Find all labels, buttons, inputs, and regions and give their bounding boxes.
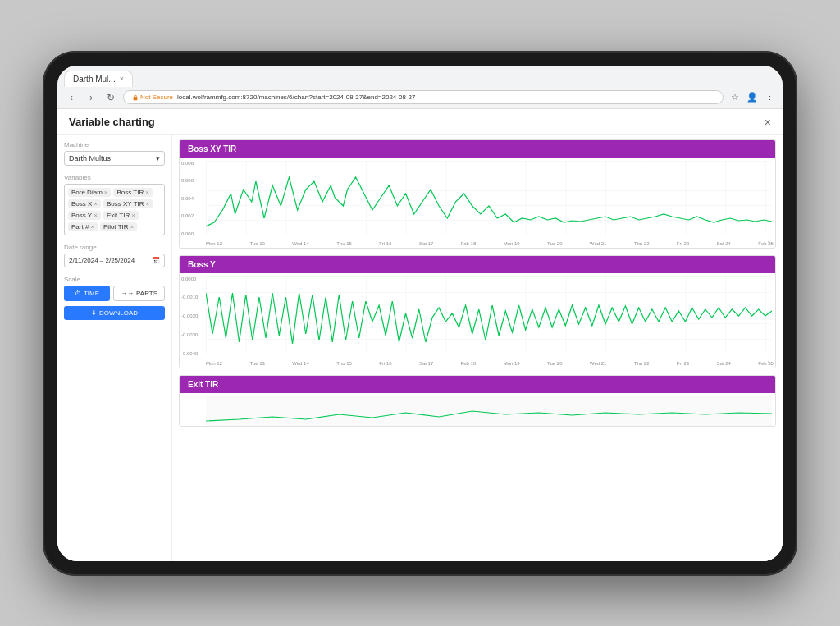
tag-remove-icon[interactable]: × xyxy=(131,212,135,219)
tag-remove-icon[interactable]: × xyxy=(130,223,135,231)
profile-icon[interactable]: 👤 xyxy=(746,91,759,104)
parts-icon: →→ xyxy=(121,290,134,297)
tag-exit-tir[interactable]: Exit TIR × xyxy=(103,211,139,220)
download-icon: ⬇ xyxy=(91,309,97,317)
browser-chrome: Darth Mul... × ‹ › ↻ Not Secure local.wo… xyxy=(57,66,783,109)
date-range-value: 2/11/2024 – 2/25/2024 xyxy=(69,257,135,264)
tag-remove-icon[interactable]: × xyxy=(90,223,94,231)
chart-exit-tir: Exit TIR xyxy=(179,375,776,427)
variables-section: Variables Bore Diam × Boss TIR × xyxy=(64,174,165,235)
time-icon: ⏱ xyxy=(75,290,81,297)
tag-label: Boss X xyxy=(71,200,92,208)
close-button[interactable]: × xyxy=(765,116,771,129)
chart-exit-tir-header: Exit TIR xyxy=(180,376,775,393)
tag-boss-xy-tir[interactable]: Boss XY TIR × xyxy=(103,199,153,208)
tag-label: Boss Y xyxy=(71,212,92,219)
browser-tabs: Darth Mul... × xyxy=(57,66,783,87)
back-button[interactable]: ‹ xyxy=(64,90,79,105)
sidebar: Machine Darth Multus ▾ Variables Bore Di… xyxy=(57,135,172,561)
tag-remove-icon[interactable]: × xyxy=(94,200,98,208)
chart-svg-boss-y xyxy=(206,276,772,354)
scale-buttons: ⏱ TIME →→ PARTS xyxy=(64,286,165,301)
tag-remove-icon[interactable]: × xyxy=(146,200,150,208)
address-bar[interactable]: Not Secure local.wolframmfg.com:8720/mac… xyxy=(123,90,724,104)
x-axis-boss-xy-tir: Mon 12 Tue 13 Wed 14 Thu 15 Fri 16 Sat 1… xyxy=(206,241,774,246)
scale-label: Scale xyxy=(64,276,165,283)
tag-boss-x[interactable]: Boss X × xyxy=(68,199,101,208)
url-text: local.wolframmfg.com:8720/machines/6/cha… xyxy=(177,94,415,101)
machine-section: Machine Darth Multus ▾ xyxy=(64,141,165,166)
tablet-screen: Darth Mul... × ‹ › ↻ Not Secure local.wo… xyxy=(57,66,783,561)
bookmark-icon[interactable]: ☆ xyxy=(728,91,742,104)
tag-pilot-tir[interactable]: Pilot TIR × xyxy=(100,222,137,231)
tag-part-num[interactable]: Part # × xyxy=(68,222,98,231)
chart-svg-exit-tir xyxy=(206,396,772,426)
page-title: Variable charting xyxy=(69,116,155,128)
download-button[interactable]: ⬇ DOWNLOAD xyxy=(64,306,165,320)
chart-boss-xy-tir: Boss XY TIR 0.008 0.006 0.004 0.002 0.00… xyxy=(179,139,776,249)
tag-label: Pilot TIR xyxy=(103,223,129,231)
chart-boss-xy-tir-body: 0.008 0.006 0.004 0.002 0.000 xyxy=(180,158,775,248)
app-body: Machine Darth Multus ▾ Variables Bore Di… xyxy=(57,135,783,561)
browser-actions: ☆ 👤 ⋮ xyxy=(728,91,776,104)
tag-label: Bore Diam xyxy=(71,189,103,196)
resize-handle-boss-y[interactable]: ⤡ xyxy=(767,359,774,366)
browser-toolbar: ‹ › ↻ Not Secure local.wolframmfg.com:87… xyxy=(57,87,783,108)
lock-icon xyxy=(132,94,139,101)
x-axis-boss-y: Mon 12 Tue 13 Wed 14 Thu 15 Fri 16 Sat 1… xyxy=(206,361,774,366)
app-header: Variable charting × xyxy=(57,109,783,135)
charts-area: Boss XY TIR 0.008 0.006 0.004 0.002 0.00… xyxy=(172,135,783,561)
resize-handle-boss-xy-tir[interactable]: ⤡ xyxy=(767,240,774,246)
browser-tab-active[interactable]: Darth Mul... × xyxy=(64,71,133,87)
chart-boss-y: Boss Y 0.0000 -0.0010 -0.0020 -0.0030 -0… xyxy=(179,255,776,368)
tag-label: Exit TIR xyxy=(107,212,130,219)
chart-exit-tir-body xyxy=(180,393,775,426)
tag-boss-y[interactable]: Boss Y × xyxy=(68,211,101,220)
date-range-section: Date range 2/11/2024 – 2/25/2024 📅 xyxy=(64,244,165,267)
tab-close-btn[interactable]: × xyxy=(120,75,124,83)
tag-remove-icon[interactable]: × xyxy=(145,189,149,196)
tag-label: Part # xyxy=(71,223,89,231)
tag-label: Boss XY TIR xyxy=(107,200,144,208)
svg-rect-2 xyxy=(206,396,772,426)
scale-section: Scale ⏱ TIME →→ PARTS ⬇ xyxy=(64,276,165,320)
chart-boss-y-header: Boss Y xyxy=(180,256,775,273)
variable-tags-container[interactable]: Bore Diam × Boss TIR × Boss X × xyxy=(64,184,165,235)
chart-boss-xy-tir-header: Boss XY TIR xyxy=(180,140,775,158)
y-axis-boss-y: 0.0000 -0.0010 -0.0020 -0.0030 -0.0040 xyxy=(181,276,204,356)
refresh-button[interactable]: ↻ xyxy=(103,90,118,105)
date-range-label: Date range xyxy=(64,244,165,251)
svg-rect-1 xyxy=(206,276,772,354)
machine-label: Machine xyxy=(64,141,165,149)
chart-boss-y-body: 0.0000 -0.0010 -0.0020 -0.0030 -0.0040 xyxy=(180,273,775,368)
tab-title: Darth Mul... xyxy=(73,75,116,84)
machine-select[interactable]: Darth Multus ▾ xyxy=(64,151,165,166)
tag-bore-diam[interactable]: Bore Diam × xyxy=(68,188,111,197)
svg-rect-0 xyxy=(206,161,772,235)
menu-icon[interactable]: ⋮ xyxy=(763,91,776,104)
forward-button[interactable]: › xyxy=(84,90,98,105)
tag-label: Boss TIR xyxy=(116,189,144,196)
machine-value: Darth Multus xyxy=(69,154,111,162)
tag-boss-tir[interactable]: Boss TIR × xyxy=(113,188,152,197)
app-content: Variable charting × Machine Darth Multus… xyxy=(57,109,783,561)
y-axis-boss-xy-tir: 0.008 0.006 0.004 0.002 0.000 xyxy=(181,161,204,236)
date-range-input[interactable]: 2/11/2024 – 2/25/2024 📅 xyxy=(64,254,165,267)
tablet-frame: Darth Mul... × ‹ › ↻ Not Secure local.wo… xyxy=(43,51,797,576)
machine-dropdown-icon: ▾ xyxy=(156,154,160,162)
calendar-icon: 📅 xyxy=(152,257,160,264)
not-secure-indicator: Not Secure xyxy=(132,94,173,101)
chart-svg-boss-xy-tir xyxy=(206,161,772,235)
variables-label: Variables xyxy=(64,174,165,181)
time-button[interactable]: ⏱ TIME xyxy=(64,286,110,301)
parts-button[interactable]: →→ PARTS xyxy=(113,286,165,301)
tag-remove-icon[interactable]: × xyxy=(94,212,98,219)
tag-remove-icon[interactable]: × xyxy=(104,189,108,196)
